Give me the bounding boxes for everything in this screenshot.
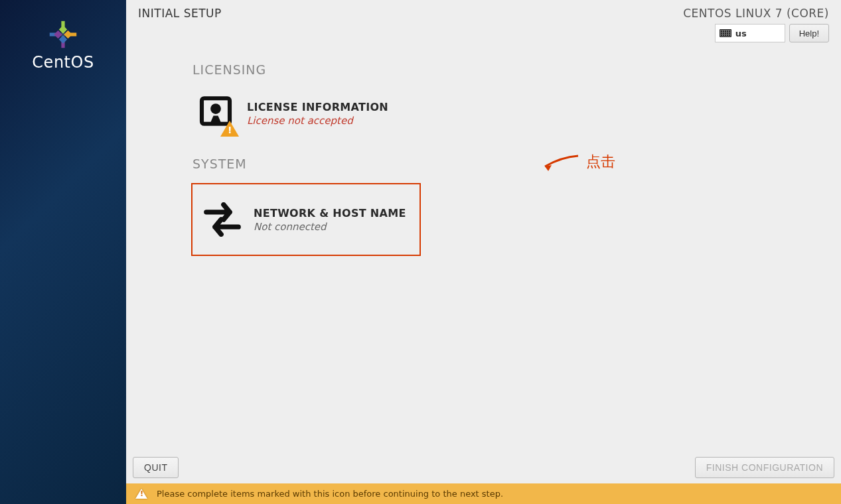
warning-strip: Please complete items marked with this i… [126, 483, 841, 504]
help-button[interactable]: Help! [789, 24, 829, 42]
keyboard-layout-label: us [735, 29, 747, 38]
warning-triangle-icon [220, 121, 239, 137]
page-title: INITIAL SETUP [138, 7, 222, 20]
spokes-content: LICENSING LICENSE INFORMATION License no… [126, 42, 841, 457]
distro-name: CENTOS LINUX 7 (CORE) [683, 7, 829, 20]
spoke-status: License not accepted [247, 115, 388, 127]
product-name: CentOS [32, 53, 94, 72]
quit-button[interactable]: QUIT [133, 457, 179, 478]
spoke-status: Not connected [254, 221, 406, 233]
centos-logo: CentOS [32, 20, 94, 72]
network-icon [202, 199, 243, 240]
warning-triangle-icon [135, 489, 147, 499]
bottombar: QUIT FINISH CONFIGURATION [126, 457, 841, 483]
topbar: INITIAL SETUP CENTOS LINUX 7 (CORE) us H… [126, 0, 841, 42]
spoke-title: NETWORK & HOST NAME [254, 207, 406, 220]
keyboard-layout-indicator[interactable]: us [715, 24, 785, 42]
license-icon [195, 93, 236, 134]
section-label-licensing: LICENSING [192, 62, 841, 77]
spoke-title: LICENSE INFORMATION [247, 101, 388, 113]
main-panel: INITIAL SETUP CENTOS LINUX 7 (CORE) us H… [126, 0, 841, 504]
spoke-license-information[interactable]: LICENSE INFORMATION License not accepted [192, 89, 394, 138]
keyboard-icon [720, 29, 731, 37]
centos-logo-icon [48, 20, 78, 49]
sidebar: CentOS [0, 0, 126, 504]
spoke-network-hostname[interactable]: NETWORK & HOST NAME Not connected [191, 183, 421, 256]
finish-configuration-button[interactable]: FINISH CONFIGURATION [695, 457, 834, 478]
section-label-system: SYSTEM [192, 157, 841, 171]
svg-point-10 [210, 103, 221, 114]
warning-strip-message: Please complete items marked with this i… [157, 489, 503, 499]
